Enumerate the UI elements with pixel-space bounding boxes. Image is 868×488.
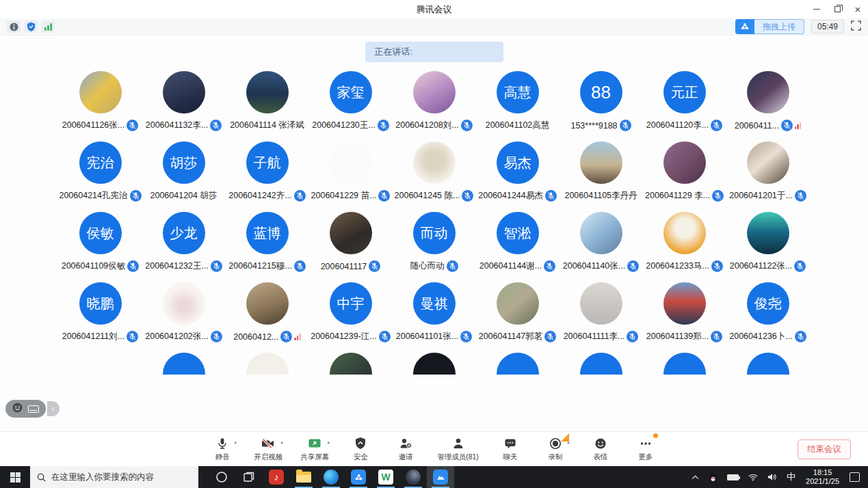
share-button[interactable]: ▲共享屏幕: [300, 436, 329, 462]
more-label: 更多: [638, 452, 653, 462]
participant-tile[interactable]: 2006041233马...: [643, 212, 726, 282]
participant-tile[interactable]: 2006041105李丹丹: [560, 141, 643, 212]
participant-tile[interactable]: 2006041202张...: [142, 282, 226, 353]
participant-tile[interactable]: 元正2006041120李...: [643, 71, 726, 141]
muted-mic-icon: [447, 260, 458, 272]
muted-mic-icon: [211, 331, 222, 342]
participant-tile[interactable]: 易杰2006041244易杰: [476, 141, 560, 212]
participant-tile[interactable]: 2006041201于...: [726, 141, 810, 212]
taskbar-app-cortana[interactable]: [208, 466, 235, 488]
participant-tile-partial[interactable]: [59, 353, 142, 375]
keyboard-icon[interactable]: [28, 405, 39, 413]
video-button[interactable]: ▲开启视频: [254, 436, 282, 462]
participant-tile[interactable]: 2006041111李...: [560, 282, 643, 353]
shield-icon[interactable]: [24, 21, 38, 33]
participant-tile[interactable]: 少龙2006041232王...: [142, 212, 226, 282]
minimize-button[interactable]: [806, 0, 827, 18]
taskbar-app-dark-app[interactable]: [399, 466, 427, 488]
participant-tile[interactable]: 俊尧2006041236卜...: [726, 282, 810, 353]
participant-tile[interactable]: 蓝博2006041215穆...: [226, 212, 309, 282]
participant-tile[interactable]: 侯敏2006041109侯敏: [59, 212, 142, 282]
battery-icon[interactable]: [722, 466, 744, 488]
options-caret-icon[interactable]: ▲: [233, 440, 237, 444]
participant-tile[interactable]: 2006041114 张泽斌: [226, 71, 309, 141]
taskbar-app-file-explorer[interactable]: [290, 466, 317, 488]
participant-tile[interactable]: 2006041245 陈...: [393, 141, 476, 212]
chat-button[interactable]: 聊天: [497, 436, 524, 462]
collapse-chevron-icon[interactable]: ‹: [47, 401, 60, 416]
options-caret-icon[interactable]: ▲: [566, 440, 570, 444]
ime-indicator[interactable]: 中: [782, 466, 800, 488]
participant-tile[interactable]: 2006041208刘...: [393, 71, 476, 141]
start-button[interactable]: [0, 466, 30, 488]
participant-tile[interactable]: 2006041229 苗...: [309, 141, 393, 212]
taskbar-clock[interactable]: 18:15 2021/1/25: [800, 468, 845, 486]
qq-tray-icon[interactable]: [704, 466, 722, 488]
participant-tile-partial[interactable]: [393, 353, 476, 375]
reaction-quickbar[interactable]: ‹: [5, 400, 60, 418]
emoji-reaction-icon[interactable]: [12, 403, 23, 416]
participant-tile[interactable]: 2006041140张...: [560, 212, 643, 282]
participant-tile[interactable]: 宪治200604214孔宪治: [59, 141, 142, 212]
taskbar-search-input[interactable]: 在这里输入你要搜索的内容: [30, 466, 198, 488]
participant-tile[interactable]: 2006041139郑...: [643, 282, 726, 353]
participant-avatar-initials: 子航: [246, 141, 289, 184]
taskbar-app-netease-music[interactable]: ♪: [263, 466, 290, 488]
info-icon[interactable]: [7, 21, 21, 33]
participant-tile[interactable]: 曼祺2006041101张...: [393, 282, 476, 353]
signal-icon[interactable]: [41, 21, 55, 33]
weiyun-upload[interactable]: 拖拽上传: [735, 19, 804, 34]
participant-tile-partial[interactable]: [476, 353, 560, 375]
invite-button[interactable]: 邀请: [392, 436, 419, 462]
taskbar-app-wps[interactable]: W: [372, 466, 399, 488]
security-button[interactable]: 安全: [347, 436, 374, 462]
taskbar-app-task-view[interactable]: [235, 466, 263, 488]
participant-tile[interactable]: 中宇2006041239-江...: [309, 282, 393, 353]
participant-tile-partial[interactable]: [309, 353, 393, 375]
participant-tile[interactable]: 晓鹏2006041211刘...: [59, 282, 142, 353]
action-center-icon[interactable]: [845, 466, 868, 488]
tray-chevron-icon[interactable]: [687, 466, 704, 488]
taskbar-app-edge[interactable]: [317, 466, 345, 488]
participant-tile[interactable]: 高慧2006041102高慧: [476, 71, 560, 141]
participant-tile[interactable]: 20060411...: [726, 71, 810, 141]
participant-tile[interactable]: 家玺2006041230王...: [309, 71, 393, 141]
restore-button[interactable]: [827, 0, 847, 18]
participant-name: 2006041109侯敏: [62, 260, 126, 272]
muted-mic-icon: [130, 190, 142, 202]
taskbar-app-tencent-meeting[interactable]: [427, 466, 454, 488]
more-button[interactable]: 更多: [632, 436, 659, 462]
participant-tile[interactable]: 2006041122张...: [726, 212, 810, 282]
participant-tile[interactable]: 2006041126张...: [59, 71, 142, 141]
members-button[interactable]: 管理成员(81): [437, 436, 479, 462]
wifi-icon[interactable]: [744, 466, 763, 488]
participant-tile[interactable]: 子航2006041242齐...: [226, 141, 309, 212]
participant-grid-viewport[interactable]: 2006041126张...2006041132李...2006041114 张…: [59, 71, 810, 375]
taskbar-app-weiyun[interactable]: [345, 466, 372, 488]
participant-tile[interactable]: 智淞2006041144谢...: [476, 212, 560, 282]
participant-tile[interactable]: 20060412...: [226, 282, 309, 353]
participant-tile[interactable]: 胡莎2006041204 胡莎: [142, 141, 226, 212]
end-meeting-button[interactable]: 结束会议: [798, 439, 851, 459]
options-caret-icon[interactable]: ▲: [280, 440, 284, 444]
participant-tile[interactable]: 2006041132李...: [142, 71, 226, 141]
mute-button[interactable]: ▲静音: [209, 436, 236, 462]
participant-tile[interactable]: 2006041147郭茗: [476, 282, 560, 353]
muted-mic-icon: [462, 190, 473, 202]
volume-icon[interactable]: [763, 466, 782, 488]
participant-tile-partial[interactable]: [142, 353, 226, 375]
participant-tile-partial[interactable]: [726, 353, 810, 375]
participant-tile-partial[interactable]: [226, 353, 309, 375]
participant-avatar: [413, 353, 456, 375]
record-button[interactable]: ▲录制: [542, 436, 569, 462]
close-button[interactable]: ×: [847, 0, 868, 18]
fullscreen-icon[interactable]: [851, 21, 861, 33]
participant-tile-partial[interactable]: [643, 353, 726, 375]
emoji-button[interactable]: 表情: [587, 436, 614, 462]
options-caret-icon[interactable]: ▲: [326, 440, 330, 444]
participant-tile[interactable]: 2006041117: [309, 212, 393, 282]
participant-tile[interactable]: 2006041129 李...: [643, 141, 726, 212]
participant-tile-partial[interactable]: [560, 353, 643, 375]
participant-tile[interactable]: 88153****9188: [560, 71, 643, 141]
participant-tile[interactable]: 而动随心而动: [393, 212, 476, 282]
